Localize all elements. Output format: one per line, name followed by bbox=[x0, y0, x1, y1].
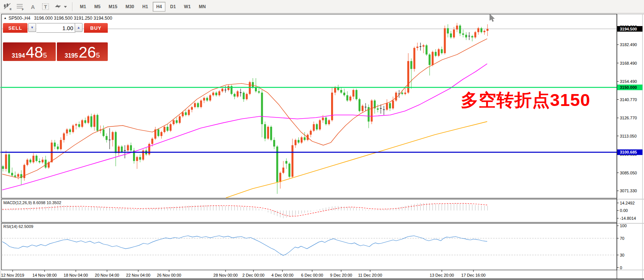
time-tick-label: 11 Dec 20:00 bbox=[358, 273, 382, 277]
blue-level-badge-text: 3100.685 bbox=[620, 150, 637, 154]
price-tick-label: 3154.490 bbox=[620, 79, 637, 84]
price-tick-label: 3168.490 bbox=[620, 61, 637, 65]
chart-symbol-header: ▲SP500-,H43196.000 3196.500 3191.250 319… bbox=[4, 16, 112, 21]
time-tick-label: 28 Nov 00:00 bbox=[213, 273, 237, 277]
chart-annotation-text: 多空转折点3150 bbox=[461, 88, 590, 112]
time-tick-label: 14 Nov 08:00 bbox=[32, 273, 56, 277]
buy-price-sup: 5 bbox=[96, 52, 100, 59]
trading-platform-window: { "toolbar": { "icons": [ {"name": "indi… bbox=[0, 0, 644, 280]
rsi-tick-label: 30 bbox=[620, 253, 624, 257]
volume-increase-button[interactable]: ▲ bbox=[75, 23, 82, 32]
green-level-badge-text: 3150.000 bbox=[620, 85, 637, 90]
time-tick-label: 17 Dec 16:00 bbox=[461, 273, 485, 277]
time-tick-label: 9 Dec 20:00 bbox=[330, 273, 352, 277]
buy-price-display[interactable]: 3195265 bbox=[57, 42, 108, 61]
volume-input[interactable] bbox=[36, 23, 75, 33]
time-tick-label: 6 Dec 00:00 bbox=[301, 273, 323, 277]
buy-button[interactable]: BUY bbox=[84, 23, 108, 33]
price-tick-label: 3126.770 bbox=[620, 116, 637, 120]
macd-tick-label: -14.8014 bbox=[620, 216, 636, 221]
sell-price-sup: 5 bbox=[43, 52, 47, 59]
sell-button[interactable]: SELL bbox=[3, 23, 27, 33]
time-tick-label: 22 Nov 04:00 bbox=[126, 273, 150, 277]
current-price-badge-text: 3194.500 bbox=[620, 27, 637, 31]
macd-tick-label: 14.2492 bbox=[620, 201, 635, 205]
buy-price-big: 26 bbox=[79, 46, 96, 59]
time-tick-label: 2 Dec 00:00 bbox=[242, 273, 264, 277]
rsi-tick-label: 70 bbox=[620, 236, 624, 241]
macd-indicator-label: MACD(12,26,9) 8.6098 10.3502 bbox=[3, 200, 61, 205]
rsi-tick-label: 0 bbox=[620, 265, 622, 270]
price-tick-label: 3113.050 bbox=[620, 134, 637, 138]
symbol-name: SP500-,H4 bbox=[9, 16, 30, 21]
sell-price-big: 48 bbox=[26, 46, 43, 59]
sell-price-prefix: 3194 bbox=[12, 53, 25, 59]
time-tick-label: 13 Dec 20:00 bbox=[430, 273, 454, 277]
rsi-panel-frame bbox=[1, 223, 617, 270]
volume-decrease-button[interactable]: ▼ bbox=[28, 23, 36, 32]
time-tick-label: 4 Dec 00:00 bbox=[271, 273, 293, 277]
macd-panel-frame bbox=[1, 199, 617, 223]
time-tick-label: 18 Nov 04:00 bbox=[64, 273, 88, 277]
one-click-trade-panel: SELL ▼ ▲ BUY 3194485 3195265 bbox=[3, 23, 108, 51]
price-tick-label: 3140.770 bbox=[620, 97, 637, 102]
price-tick-label: 3085.050 bbox=[620, 171, 637, 175]
rsi-indicator-label: RSI(14) 62.5009 bbox=[3, 224, 33, 229]
time-tick-label: 12 Nov 2019 bbox=[1, 273, 24, 277]
time-tick-label: 26 Nov 00:00 bbox=[157, 273, 181, 277]
macd-tick-label: 0.00 bbox=[620, 208, 628, 213]
price-tick-label: 3182.490 bbox=[620, 42, 637, 47]
sell-price-display[interactable]: 3194485 bbox=[3, 42, 56, 61]
ohlc-values: 3196.000 3196.500 3191.250 3194.500 bbox=[34, 16, 112, 21]
mouse-cursor-icon bbox=[489, 14, 497, 23]
time-tick-label: 20 Nov 04:00 bbox=[95, 273, 119, 277]
price-tick-label: 3071.330 bbox=[620, 189, 637, 193]
collapse-arrow-icon[interactable]: ▲ bbox=[4, 16, 7, 20]
buy-price-prefix: 3195 bbox=[65, 53, 78, 59]
rsi-tick-label: 100 bbox=[620, 223, 627, 228]
